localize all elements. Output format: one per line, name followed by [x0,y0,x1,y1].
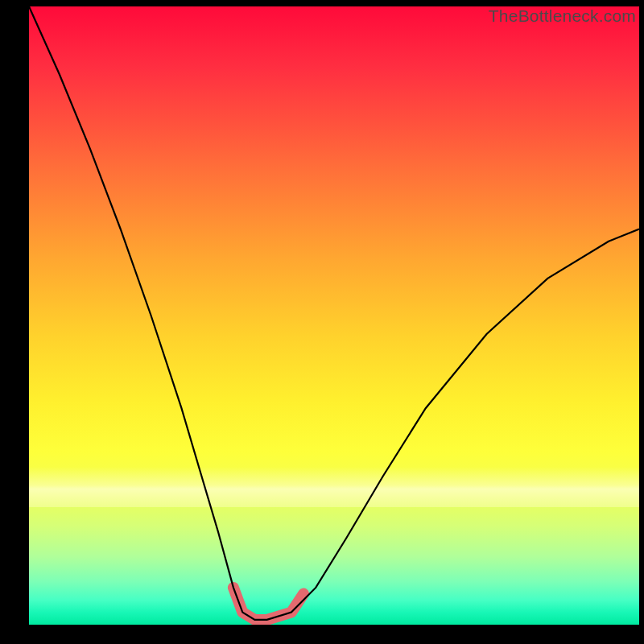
watermark-text: TheBottleneck.com [489,6,636,26]
chart-frame: TheBottleneck.com [0,0,644,644]
bottleneck-curve [29,6,639,620]
plot-area [29,6,639,625]
chart-svg [29,6,639,625]
curve-minimum-notch [233,588,303,620]
